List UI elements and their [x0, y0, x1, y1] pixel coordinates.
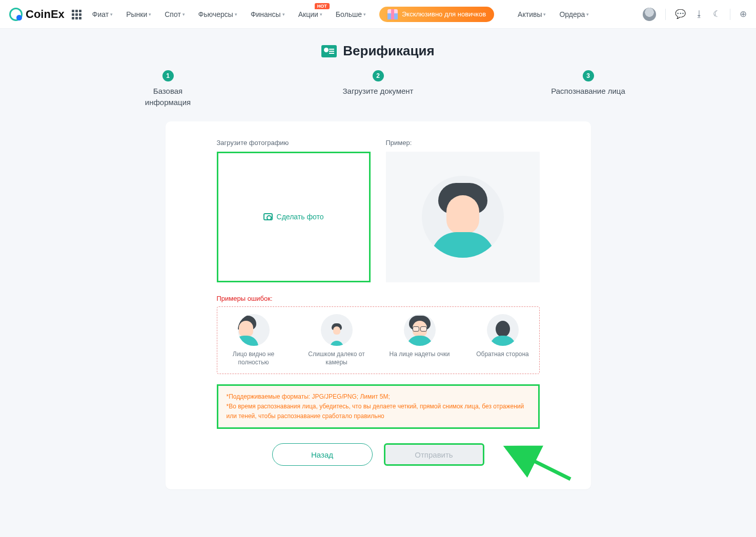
divider: [730, 9, 730, 20]
chevron-down-icon: ▾: [363, 12, 366, 17]
face-partial-icon: [238, 314, 270, 346]
error-example-partial: Лицо видно не полностью: [223, 314, 284, 366]
theme-toggle-icon[interactable]: ☾: [713, 9, 721, 19]
step-label: Базовая информация: [130, 86, 207, 108]
face-far-icon: [321, 314, 353, 346]
back-button[interactable]: Назад: [272, 443, 373, 466]
format-notice: *Поддерживаемые форматы: JPG/JPEG/PNG; Л…: [217, 384, 540, 429]
error-examples-title: Примеры ошибок:: [217, 295, 540, 302]
error-caption: Обратная сторона: [473, 350, 533, 358]
user-avatar[interactable]: [643, 8, 656, 21]
step-number: 1: [162, 70, 174, 81]
chevron-down-icon: ▾: [282, 12, 285, 17]
nav-spot[interactable]: Спот▾: [165, 10, 185, 18]
error-example-far: Слишком далеко от камеры: [307, 314, 367, 366]
page-title-text: Верификация: [343, 43, 434, 59]
logo-mark-icon: [9, 8, 23, 21]
chevron-down-icon: ▾: [110, 12, 113, 17]
error-caption: Лицо видно не полностью: [223, 350, 284, 366]
take-photo-text: Сделать фото: [277, 213, 324, 221]
chevron-down-icon: ▾: [149, 12, 151, 17]
button-row: Назад Отправить: [217, 443, 540, 466]
verification-stepper: 1 Базовая информация 2 Загрузите докумен…: [0, 70, 756, 108]
step-upload-doc: 2 Загрузите документ: [340, 70, 417, 108]
chevron-down-icon: ▾: [235, 12, 237, 17]
nav-futures[interactable]: Фьючерсы▾: [198, 10, 237, 18]
newbie-promo-banner[interactable]: Эксклюзивно для новичков: [379, 7, 494, 22]
notice-line-2: *Во время распознавания лица, убедитесь,…: [227, 402, 530, 421]
step-number: 2: [373, 70, 384, 81]
apps-grid-icon[interactable]: [72, 10, 81, 19]
logo-text: CoinEx: [26, 8, 65, 21]
chevron-down-icon: ▾: [543, 12, 546, 17]
nav-orders[interactable]: Ордера▾: [559, 10, 589, 18]
divider: [665, 9, 666, 20]
nav-finance[interactable]: Финансы▾: [251, 10, 285, 18]
verification-card: Загрузите фотографию Сделать фото Пример…: [166, 121, 591, 490]
chevron-down-icon: ▾: [586, 12, 589, 17]
take-photo-box[interactable]: Сделать фото: [217, 152, 371, 282]
nav-assets[interactable]: Активы▾: [518, 10, 546, 18]
error-caption: Слишком далеко от камеры: [307, 350, 367, 366]
example-photo: [386, 152, 540, 282]
face-back-icon: [487, 314, 519, 346]
error-example-back: Обратная сторона: [473, 314, 533, 366]
face-example-icon: [422, 176, 504, 258]
hot-badge: HOT: [315, 3, 330, 9]
step-face-recognition: 3 Распознавание лица: [550, 70, 627, 108]
error-example-glasses: На лице надеты очки: [390, 314, 450, 366]
step-basic-info: 1 Базовая информация: [130, 70, 207, 108]
chevron-down-icon: ▾: [182, 12, 185, 17]
nav-fiat[interactable]: Фиат▾: [92, 10, 113, 18]
example-label: Пример:: [386, 139, 540, 147]
gift-icon: [387, 9, 398, 19]
chevron-down-icon: ▾: [320, 12, 322, 17]
upload-photo-label: Загрузите фотографию: [217, 139, 371, 147]
nav-more[interactable]: Больше▾: [336, 10, 366, 18]
error-examples-box: Лицо видно не полностью Слишком далеко о…: [217, 306, 540, 374]
notice-line-1: *Поддерживаемые форматы: JPG/JPEG/PNG; Л…: [227, 392, 530, 402]
page-title: Верификация: [0, 43, 756, 59]
header-tools: 💬 ⭳ ☾ ⊕: [643, 8, 747, 21]
step-number: 3: [583, 70, 594, 81]
camera-icon: [263, 213, 273, 220]
language-icon[interactable]: ⊕: [740, 9, 747, 19]
submit-button[interactable]: Отправить: [384, 443, 484, 466]
download-icon[interactable]: ⭳: [695, 9, 704, 19]
logo[interactable]: CoinEx: [9, 8, 65, 21]
main-nav: Фиат▾ Рынки▾ Спот▾ Фьючерсы▾ Финансы▾ Ак…: [92, 7, 643, 22]
chat-icon[interactable]: 💬: [675, 9, 686, 19]
step-label: Загрузите документ: [343, 86, 414, 97]
face-glasses-icon: [404, 314, 436, 346]
promo-text: Эксклюзивно для новичков: [402, 10, 486, 18]
top-header: CoinEx Фиат▾ Рынки▾ Спот▾ Фьючерсы▾ Фина…: [0, 0, 756, 29]
step-label: Распознавание лица: [551, 86, 625, 97]
id-card-icon: [321, 45, 337, 57]
error-caption: На лице надеты очки: [390, 350, 450, 358]
nav-promo[interactable]: Акции▾ HOT: [298, 10, 322, 18]
nav-markets[interactable]: Рынки▾: [126, 10, 151, 18]
